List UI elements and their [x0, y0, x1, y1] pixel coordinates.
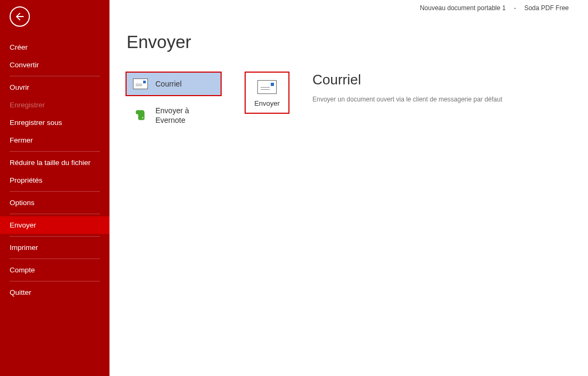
mail-icon — [133, 78, 148, 90]
detail-column: Courriel Envoyer un document ouvert via … — [312, 72, 572, 135]
document-name: Nouveau document portable 1 — [420, 4, 506, 12]
sidebar-item-proprietes[interactable]: Propriétés — [10, 171, 100, 189]
sidebar-item-compte[interactable]: Compte — [10, 261, 100, 279]
option-courriel[interactable]: Courriel — [126, 72, 222, 96]
sidebar-item-imprimer[interactable]: Imprimer — [10, 239, 100, 256]
title-bar: Nouveau document portable 1 - Soda PDF F… — [417, 4, 572, 12]
send-options-column: Courriel Envoyer à Evernote — [126, 72, 222, 135]
evernote-icon — [133, 109, 148, 121]
sidebar-item-enregistrer: Enregistrer — [10, 96, 100, 114]
main-panel: Nouveau document portable 1 - Soda PDF F… — [109, 0, 588, 376]
detail-description: Envoyer un document ouvert via le client… — [312, 96, 572, 103]
option-evernote[interactable]: Envoyer à Evernote — [126, 99, 222, 131]
sidebar-item-creer[interactable]: Créer — [10, 38, 100, 56]
action-column: Envoyer — [243, 72, 291, 135]
back-button[interactable] — [10, 6, 30, 27]
sidebar-item-convertir[interactable]: Convertir — [10, 56, 100, 74]
backstage-sidebar: Créer Convertir Ouvrir Enregistrer Enreg… — [0, 0, 109, 376]
option-courriel-label: Courriel — [155, 79, 182, 89]
page-title: Envoyer — [127, 32, 572, 52]
sidebar-item-envoyer[interactable]: Envoyer — [0, 216, 109, 234]
back-arrow-icon — [14, 11, 26, 22]
sidebar-item-enregistrer-sous[interactable]: Enregistrer sous — [10, 114, 100, 131]
detail-title: Courriel — [312, 72, 572, 88]
send-action-button[interactable]: Envoyer — [245, 72, 289, 114]
send-action-label: Envoyer — [254, 99, 280, 107]
mail-icon — [257, 80, 277, 94]
app-name: Soda PDF Free — [524, 4, 569, 12]
separator: - — [514, 4, 516, 12]
sidebar-item-options[interactable]: Options — [10, 194, 100, 212]
sidebar-item-reduire[interactable]: Réduire la taille du fichier — [10, 154, 100, 171]
sidebar-item-quitter[interactable]: Quitter — [10, 284, 100, 301]
sidebar-item-ouvrir[interactable]: Ouvrir — [10, 79, 100, 96]
sidebar-item-fermer[interactable]: Fermer — [10, 131, 100, 149]
option-evernote-label: Envoyer à Evernote — [155, 106, 189, 125]
